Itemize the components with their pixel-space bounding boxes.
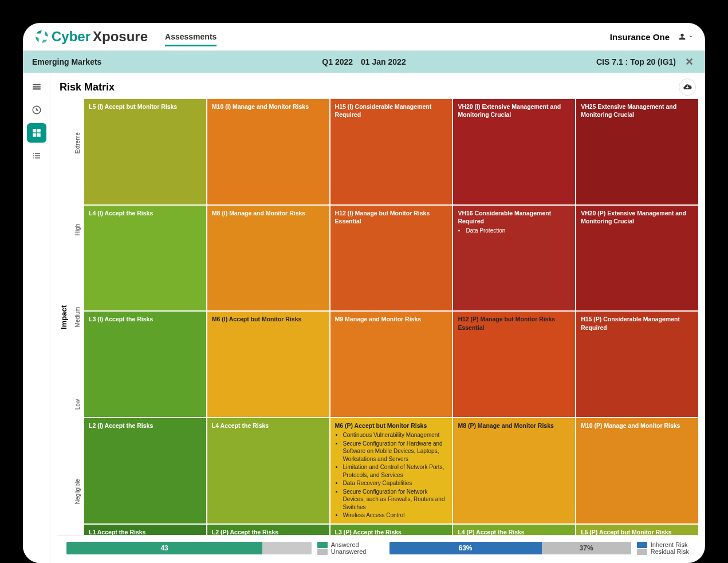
- matrix-cell[interactable]: M6 (I) Accept but Monitor Risks: [207, 312, 329, 417]
- cell-title: L3 (I) Accept the Risks: [89, 315, 202, 323]
- cell-title: VH20 (P) Extensive Management and Monito…: [581, 209, 694, 225]
- cell-item: Limitation and Control of Network Ports,…: [343, 463, 448, 479]
- rail-btn-clock[interactable]: [27, 100, 46, 120]
- cell-title: H15 (I) Considerable Management Required: [335, 103, 448, 119]
- matrix-cell[interactable]: H15 (I) Considerable Management Required: [330, 99, 452, 204]
- risk-matrix-grid: L5 (I) Accept but Monitor RisksM10 (I) M…: [84, 99, 698, 535]
- cell-title: H12 (I) Manage but Monitor Risks Essenti…: [335, 209, 448, 225]
- y-tick: Negligible: [70, 448, 84, 535]
- cell-title: L3 (P) Accept the Risks: [335, 528, 448, 535]
- matrix-cell[interactable]: VH20 (P) Extensive Management and Monito…: [576, 206, 698, 311]
- matrix-cell[interactable]: H15 (P) Considerable Management Required: [576, 312, 698, 417]
- context-date: 01 Jan 2022: [361, 57, 406, 66]
- risk-bar: 63% 37%: [389, 542, 631, 554]
- matrix-cell[interactable]: L1 Accept the RisksMalware Defenses: [84, 525, 206, 535]
- cell-items: Continuous Vulnerability ManagementSecur…: [343, 431, 448, 519]
- user-icon: [678, 32, 687, 41]
- cell-title: VH16 Considerable Management Required: [458, 209, 570, 225]
- cell-title: H15 (P) Considerable Management Required: [581, 315, 694, 331]
- matrix-cell[interactable]: M8 (I) Manage and Monitor Risks: [207, 206, 329, 311]
- cell-item: Secure Configuration for Hardware and So…: [343, 440, 448, 463]
- context-framework: CIS 7.1 : Top 20 (IG1): [596, 57, 676, 66]
- cell-item: Wireless Access Control: [343, 511, 448, 519]
- logo-icon: [34, 29, 49, 44]
- cell-title: L1 Accept the Risks: [89, 528, 202, 535]
- matrix-cell[interactable]: L2 (P) Accept the RisksInventory and Con…: [207, 525, 329, 535]
- matrix-cell[interactable]: L5 (P) Accept but Monitor Risks: [576, 525, 698, 535]
- cell-title: L4 (I) Accept the Risks: [89, 209, 202, 217]
- context-market: Emerging Markets: [32, 57, 101, 66]
- cell-title: VH20 (I) Extensive Management and Monito…: [458, 103, 570, 119]
- residual-segment: 37%: [542, 542, 631, 554]
- matrix-cell[interactable]: VH16 Considerable Management RequiredDat…: [453, 206, 575, 311]
- cell-title: M10 (I) Manage and Monitor Risks: [212, 103, 325, 111]
- context-bar: Emerging Markets Q1 2022 01 Jan 2022 CIS…: [23, 51, 705, 73]
- matrix-cell[interactable]: M10 (P) Manage and Monitor Risks: [576, 418, 698, 523]
- matrix-cell[interactable]: L4 Accept the Risks: [207, 418, 329, 523]
- matrix-cell[interactable]: L4 (I) Accept the Risks: [84, 206, 206, 311]
- matrix-cell[interactable]: H12 (I) Manage but Monitor Risks Essenti…: [330, 206, 452, 311]
- cell-item: Continuous Vulnerability Management: [343, 431, 448, 439]
- close-icon[interactable]: ✕: [683, 56, 696, 68]
- legend-inherent: Inherent Risk: [651, 541, 688, 548]
- cell-item: Data Recovery Capabilities: [343, 479, 448, 487]
- chevron-down-icon: [688, 34, 694, 40]
- matrix-cell[interactable]: VH25 Extensive Management and Monitoring…: [576, 99, 698, 204]
- matrix-cell[interactable]: L3 (I) Accept the Risks: [84, 312, 206, 417]
- matrix-cell[interactable]: M8 (P) Manage and Monitor Risks: [453, 418, 575, 523]
- y-tick: Extreme: [70, 99, 84, 186]
- matrix-cell[interactable]: L5 (I) Accept but Monitor Risks: [84, 99, 206, 204]
- topbar: CyberXposure Assessments Insurance One: [23, 23, 705, 51]
- y-tick: Low: [70, 361, 84, 448]
- answered-bar: 43: [66, 542, 312, 554]
- cell-title: VH25 Extensive Management and Monitoring…: [581, 103, 694, 119]
- answered-segment: 43: [66, 542, 262, 554]
- tenant-name: Insurance One: [610, 32, 670, 42]
- cell-title: M8 (P) Manage and Monitor Risks: [458, 422, 570, 430]
- cell-title: H12 (P) Manage but Monitor Risks Essenti…: [458, 315, 570, 331]
- cell-title: L5 (P) Accept but Monitor Risks: [581, 528, 694, 535]
- nav-tabs: Assessments: [165, 32, 217, 42]
- cell-items: Data Protection: [466, 227, 570, 235]
- cell-title: M10 (P) Manage and Monitor Risks: [581, 422, 694, 430]
- cell-title: M6 (P) Accept but Monitor Risks: [335, 422, 448, 430]
- legend-residual: Residual Risk: [651, 548, 689, 555]
- rail-btn-matrix[interactable]: [27, 123, 46, 143]
- svg-point-0: [40, 34, 45, 40]
- page-title: Risk Matrix: [60, 81, 115, 93]
- cell-title: M9 Manage and Monitor Risks: [335, 315, 448, 323]
- matrix-cell[interactable]: M6 (P) Accept but Monitor RisksContinuou…: [330, 418, 452, 523]
- logo-text-2: Xposure: [93, 29, 148, 45]
- cell-title: L2 (P) Accept the Risks: [212, 528, 325, 535]
- matrix-cell[interactable]: L3 (P) Accept the Risks: [330, 525, 452, 535]
- cell-title: L4 (P) Accept the Risks: [458, 528, 570, 535]
- matrix-cell[interactable]: L2 (I) Accept the Risks: [84, 418, 206, 523]
- user-menu[interactable]: [678, 32, 694, 41]
- y-axis-label: Impact: [57, 305, 70, 329]
- cell-title: L4 Accept the Risks: [212, 422, 325, 430]
- cell-item: Data Protection: [466, 227, 570, 235]
- y-tick: High: [70, 186, 84, 273]
- matrix-cell[interactable]: M9 Manage and Monitor Risks: [330, 312, 452, 417]
- matrix-cell[interactable]: L4 (P) Accept the Risks: [453, 525, 575, 535]
- cell-title: M8 (I) Manage and Monitor Risks: [212, 209, 325, 217]
- download-button[interactable]: [679, 78, 696, 96]
- cell-title: L2 (I) Accept the Risks: [89, 422, 202, 430]
- logo-text-1: Cyber: [52, 29, 90, 45]
- rail-btn-list[interactable]: [27, 146, 46, 166]
- rail-btn-stack[interactable]: [27, 77, 46, 97]
- matrix-cell[interactable]: VH20 (I) Extensive Management and Monito…: [453, 99, 575, 204]
- tab-assessments[interactable]: Assessments: [165, 29, 217, 46]
- matrix-cell[interactable]: H12 (P) Manage but Monitor Risks Essenti…: [453, 312, 575, 417]
- inherent-segment: 63%: [389, 542, 542, 554]
- matrix-cell[interactable]: M10 (I) Manage and Monitor Risks: [207, 99, 329, 204]
- logo: CyberXposure: [34, 29, 148, 45]
- cell-title: L5 (I) Accept but Monitor Risks: [89, 103, 202, 111]
- legend-answered: Answered: [331, 541, 359, 548]
- legend-unanswered: Unanswered: [331, 548, 367, 555]
- cell-item: Secure Configuration for Network Devices…: [343, 488, 448, 511]
- cloud-download-icon: [683, 82, 692, 92]
- cell-title: M6 (I) Accept but Monitor Risks: [212, 315, 325, 323]
- footer-stats: 43 Answered Unanswered 63% 37%: [57, 535, 698, 563]
- context-period: Q1 2022: [322, 57, 353, 66]
